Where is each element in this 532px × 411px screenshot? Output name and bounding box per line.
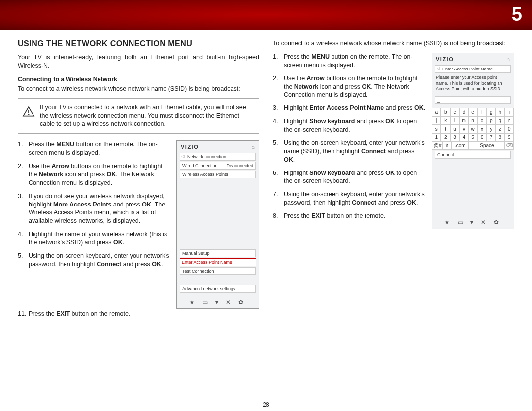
keyboard-key: i	[505, 108, 514, 116]
keyboard-key: ⇧	[442, 141, 451, 150]
keyboard-key: a	[432, 108, 441, 116]
keyboard-key: o	[477, 116, 486, 125]
warning-box: If your TV is connected to a network wit…	[18, 98, 259, 134]
step-item: Use the Arrow buttons on the remote to h…	[273, 74, 426, 100]
keyboard-key: .com	[451, 141, 469, 150]
keyboard-key: w	[468, 125, 477, 133]
breadcrumb: Network connection	[180, 153, 256, 161]
keyboard-key: Space	[469, 141, 505, 150]
keyboard-key: r	[505, 116, 514, 125]
description: To connect to a wireless network whose n…	[18, 85, 259, 93]
brand-logo: VIZIO	[436, 56, 454, 62]
keyboard-key: n	[468, 116, 477, 125]
keyboard-key: l	[450, 116, 459, 125]
keyboard-key: 5	[468, 133, 477, 141]
keyboard-key: 2	[441, 133, 450, 141]
connect-row: Connect	[435, 151, 511, 159]
column-right: To connect to a wireless network whose n…	[273, 39, 514, 401]
step-item: Highlight the name of your wireless netw…	[18, 230, 170, 247]
on-screen-keyboard: abcdefghijklmnopqrstuvwxyz0123456789	[432, 108, 514, 141]
keyboard-key: y	[487, 125, 496, 133]
description: To connect to a wireless network whose n…	[273, 39, 514, 48]
step-item: Using the on-screen keyboard, enter your…	[18, 252, 170, 269]
nav-icons: ★ ▭ ▾ ✕ ✿	[177, 294, 259, 308]
warning-text: If your TV is connected to a network wit…	[40, 104, 246, 128]
step-item: Highlight Show keyboard and press OK to …	[273, 117, 426, 134]
keyboard-key: q	[496, 116, 504, 125]
step-item: If you do not see your wireless network …	[18, 192, 170, 226]
step-item: Press the EXIT button on the remote.	[273, 212, 426, 220]
keyboard-key: v	[459, 125, 468, 133]
column-left: USING THE NETWORK CONNECTION MENU Your T…	[18, 39, 259, 401]
home-icon: ⌂	[506, 56, 510, 62]
step-item: Press the MENU button on the remote. The…	[273, 53, 426, 69]
keyboard-key: g	[487, 108, 496, 116]
keyboard-key: 1	[432, 133, 441, 141]
menu-row: Manual Setup	[180, 249, 256, 257]
steps-list-2: Press the MENU button on the remote. The…	[273, 53, 426, 225]
page-number: 28	[0, 401, 532, 408]
step-item: Highlight Enter Access Point Name and pr…	[273, 104, 426, 112]
menu-row: Wired Connection Disconnected	[180, 162, 256, 170]
keyboard-key: 7	[487, 133, 496, 141]
keyboard-key: x	[477, 125, 486, 133]
step-item: Using the on-screen keyboard, enter your…	[273, 190, 426, 207]
keyboard-key: b	[441, 108, 450, 116]
keyboard-key: p	[487, 116, 496, 125]
svg-point-1	[28, 114, 29, 114]
keyboard-key: 9	[505, 133, 514, 141]
input-underline: _	[435, 96, 511, 104]
keyboard-key: ⌫	[505, 141, 514, 150]
keyboard-key: t	[441, 125, 450, 133]
keyboard-key: s	[432, 125, 441, 133]
keyboard-key: 6	[477, 133, 486, 141]
intro-text: Your TV is internet-ready, featuring bot…	[18, 53, 259, 70]
keyboard-key: e	[468, 108, 477, 116]
keyboard-key: f	[477, 108, 486, 116]
step-item: Highlight Show keyboard and press OK to …	[273, 169, 426, 186]
keyboard-key: 0	[505, 125, 514, 133]
menu-row: Test Connection	[180, 267, 256, 275]
chapter-number: 5	[512, 4, 522, 25]
keyboard-key: d	[459, 108, 468, 116]
keyboard-key: c	[450, 108, 459, 116]
sub-heading: Connecting to a Wireless Network	[18, 76, 259, 83]
keyboard-key: 4	[459, 133, 468, 141]
section-heading: USING THE NETWORK CONNECTION MENU	[18, 39, 259, 48]
steps-list-1b: Press the EXIT button on the remote.	[18, 310, 259, 318]
keyboard-key: u	[450, 125, 459, 133]
step-item: Press the MENU button on the remote. The…	[18, 140, 170, 157]
menu-row: Wireless Access Points	[180, 171, 256, 178]
brand-logo: VIZIO	[181, 144, 199, 150]
keyboard-key: z	[496, 125, 504, 133]
step-item: Using the on-screen keyboard, enter your…	[273, 139, 426, 164]
nav-icons: ★ ▭ ▾ ✕ ✿	[432, 214, 514, 229]
keyboard-key: .@#	[432, 141, 442, 150]
keyboard-key: 3	[450, 133, 459, 141]
warning-triangle-icon	[22, 105, 35, 118]
keyboard-key: 8	[496, 133, 504, 141]
menu-row: Advanced network settings	[180, 285, 256, 293]
tv-screen-mock-1: VIZIO ⌂ Network connection Wired Connect…	[176, 140, 259, 309]
home-icon: ⌂	[251, 144, 255, 150]
menu-row-highlighted: Enter Access Point Name	[180, 258, 256, 266]
keyboard-key: h	[496, 108, 504, 116]
keyboard-key: m	[459, 116, 468, 125]
step-item: Press the EXIT button on the remote.	[18, 310, 259, 318]
steps-list-1: Press the MENU button on the remote. The…	[18, 140, 170, 273]
breadcrumb: Enter Access Point Name	[435, 65, 511, 73]
keyboard-key: k	[441, 116, 450, 125]
step-item: Use the Arrow buttons on the remote to h…	[18, 162, 170, 187]
tv-screen-mock-2: VIZIO ⌂ Enter Access Point Name Please e…	[432, 53, 514, 229]
screen-note: Please enter your Access point name. Thi…	[432, 74, 514, 95]
keyboard-key: j	[432, 116, 441, 125]
